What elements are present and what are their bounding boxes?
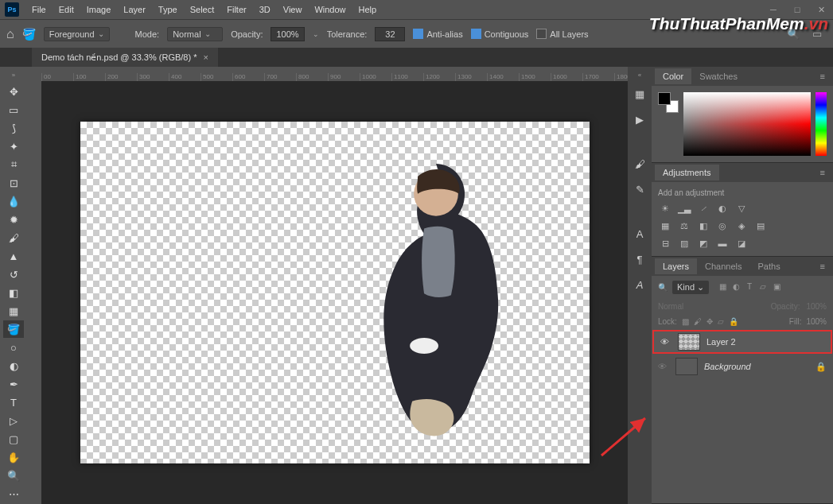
posterize-icon[interactable]: ▨: [677, 237, 691, 250]
selective-color-icon[interactable]: ◪: [734, 237, 749, 250]
blur-tool[interactable]: ○: [3, 339, 24, 356]
layer-blend-dropdown[interactable]: Normal: [658, 302, 765, 311]
layer-name[interactable]: Layer 2: [706, 337, 824, 347]
fg-color-swatch[interactable]: [658, 92, 671, 105]
menu-image[interactable]: Image: [80, 2, 118, 17]
visibility-toggle-icon[interactable]: 👁: [658, 362, 669, 371]
eyedropper-tool[interactable]: 💧: [3, 192, 24, 210]
fg-bg-swatches[interactable]: [658, 92, 679, 113]
paragraph-icon[interactable]: ¶: [632, 254, 648, 269]
hue-icon[interactable]: ▦: [658, 219, 672, 232]
ruler-origin[interactable]: [27, 67, 41, 81]
lock-all-icon[interactable]: 🔒: [729, 317, 738, 326]
color-field[interactable]: [683, 92, 811, 156]
expand-tools-icon[interactable]: »: [12, 72, 15, 79]
menu-select[interactable]: Select: [184, 2, 221, 17]
menu-file[interactable]: File: [25, 2, 53, 17]
canvas[interactable]: [80, 122, 590, 463]
document-tab[interactable]: Demo tách nền.psd @ 33.3% (RGB/8) * ×: [32, 48, 218, 67]
edit-toolbar[interactable]: ⋯: [3, 485, 24, 502]
menu-help[interactable]: Help: [352, 2, 383, 17]
history-panel-icon[interactable]: ▦: [632, 88, 648, 104]
swatches-tab[interactable]: Swatches: [691, 68, 745, 84]
exposure-icon[interactable]: ◐: [715, 202, 730, 215]
expand-strip-icon[interactable]: «: [638, 72, 641, 79]
horizontal-ruler[interactable]: 0010020030040050060070080090010001100120…: [41, 67, 628, 81]
eraser-tool[interactable]: ◧: [3, 284, 24, 301]
filter-type-icon[interactable]: T: [744, 282, 755, 293]
gradient-map-icon[interactable]: ▬: [715, 237, 730, 250]
layer-opacity-input[interactable]: 100%: [806, 302, 827, 311]
anti-alias-checkbox[interactable]: Anti-alias: [413, 29, 462, 39]
channels-tab[interactable]: Channels: [697, 258, 749, 274]
layers-menu-icon[interactable]: ≡: [815, 262, 830, 271]
home-icon[interactable]: ⌂: [6, 27, 14, 41]
lock-artboard-icon[interactable]: ▱: [718, 317, 724, 326]
hue-slider[interactable]: [815, 92, 827, 156]
blend-mode-dropdown[interactable]: Normal: [167, 27, 223, 41]
bucket-tool-icon[interactable]: 🪣: [22, 28, 36, 41]
layer-item[interactable]: 👁 Background 🔒: [652, 355, 833, 378]
menu-3d[interactable]: 3D: [253, 2, 277, 17]
rectangle-tool[interactable]: ▢: [3, 430, 24, 448]
vertical-ruler[interactable]: [27, 81, 41, 504]
paths-tab[interactable]: Paths: [750, 258, 788, 274]
gradient-tool[interactable]: ▦: [3, 302, 24, 320]
menu-type[interactable]: Type: [152, 2, 184, 17]
marquee-tool[interactable]: ▭: [3, 101, 24, 118]
color-tab[interactable]: Color: [655, 68, 691, 84]
threshold-icon[interactable]: ◩: [696, 237, 710, 250]
move-tool[interactable]: ✥: [3, 83, 24, 100]
menu-layer[interactable]: Layer: [117, 2, 152, 17]
all-layers-checkbox[interactable]: All Layers: [536, 29, 588, 39]
color-lookup-icon[interactable]: ▤: [753, 219, 768, 232]
adjustments-menu-icon[interactable]: ≡: [815, 168, 830, 177]
bw-icon[interactable]: ◧: [696, 219, 710, 232]
close-tab-icon[interactable]: ×: [203, 52, 208, 62]
layer-filter-dropdown[interactable]: Kind ⌄: [672, 281, 709, 294]
photo-filter-icon[interactable]: ◎: [715, 219, 730, 232]
close-button[interactable]: ✕: [809, 5, 833, 15]
fill-input[interactable]: 100%: [806, 317, 827, 326]
menu-window[interactable]: Window: [308, 2, 352, 17]
minimize-button[interactable]: ─: [761, 5, 785, 15]
dodge-tool[interactable]: ◐: [3, 357, 24, 374]
visibility-toggle-icon[interactable]: 👁: [660, 337, 671, 347]
magic-wand-tool[interactable]: ✦: [3, 138, 24, 155]
channel-mixer-icon[interactable]: ◈: [734, 219, 749, 232]
contiguous-checkbox[interactable]: Contiguous: [471, 29, 529, 39]
layer-thumbnail[interactable]: [678, 333, 700, 351]
lock-pixels-icon[interactable]: 🖌: [694, 317, 702, 326]
brush-tool[interactable]: 🖌: [3, 229, 24, 246]
layer-name[interactable]: Background: [704, 362, 809, 371]
opacity-flyout-icon[interactable]: ⌄: [313, 30, 319, 38]
filter-smart-icon[interactable]: ▣: [771, 282, 782, 293]
vibrance-icon[interactable]: ▽: [734, 202, 749, 215]
path-select-tool[interactable]: ▷: [3, 412, 24, 429]
crop-tool[interactable]: ⌗: [3, 156, 24, 173]
brush-settings-icon[interactable]: 🖌: [632, 158, 648, 174]
frame-tool[interactable]: ⊡: [3, 174, 24, 192]
history-brush-tool[interactable]: ↺: [3, 266, 24, 283]
brushes-panel-icon[interactable]: ✎: [632, 184, 648, 200]
hand-tool[interactable]: ✋: [3, 448, 24, 466]
invert-icon[interactable]: ⊟: [658, 237, 672, 250]
adjustments-tab[interactable]: Adjustments: [655, 165, 719, 180]
balance-icon[interactable]: ⚖: [677, 219, 691, 232]
levels-icon[interactable]: ▁▃: [677, 202, 691, 215]
type-tool[interactable]: T: [3, 394, 24, 411]
character-icon[interactable]: A: [632, 228, 648, 244]
lock-transparency-icon[interactable]: ▩: [682, 317, 689, 326]
tolerance-input[interactable]: 32: [375, 27, 405, 41]
filter-pixel-icon[interactable]: ▦: [717, 282, 728, 293]
layer-thumbnail[interactable]: [675, 358, 698, 375]
curves-icon[interactable]: ⟋: [696, 202, 710, 215]
play-icon[interactable]: ▶: [632, 114, 648, 130]
heal-tool[interactable]: ✹: [3, 211, 24, 228]
menu-view[interactable]: View: [277, 2, 309, 17]
fill-mode-dropdown[interactable]: Foreground: [44, 27, 110, 41]
paint-bucket-tool[interactable]: 🪣: [3, 320, 24, 338]
filter-shape-icon[interactable]: ▱: [757, 282, 769, 293]
lock-position-icon[interactable]: ✥: [706, 317, 713, 326]
layers-tab[interactable]: Layers: [655, 258, 697, 274]
